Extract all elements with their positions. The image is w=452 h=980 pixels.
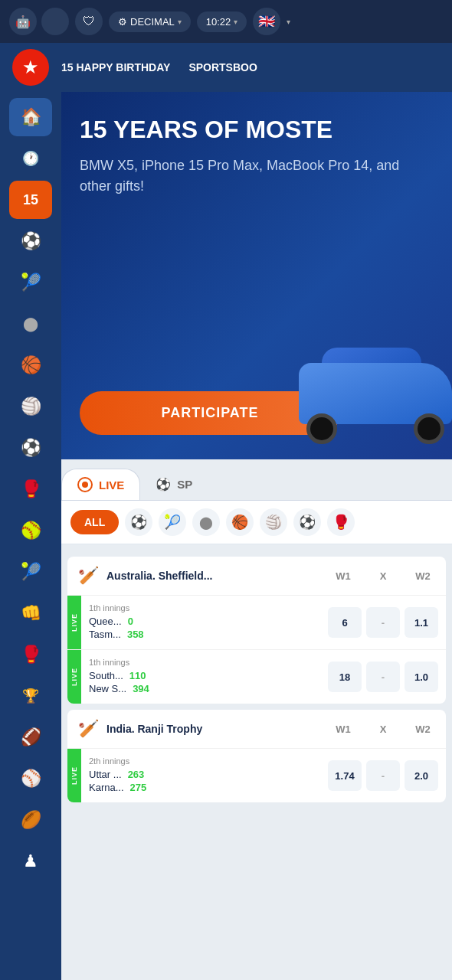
filter-boxing-icon[interactable]: 🥊	[327, 508, 355, 536]
sidebar-item-home[interactable]: 🏠	[9, 98, 52, 136]
top-bar: 🤖 🛡 ⚙ DECIMAL ▾ 10:22 ▾ 🇬🇧 ▾	[0, 0, 452, 43]
sidebar-item-boxing[interactable]: 🥊	[9, 635, 52, 674]
sportsbook-link[interactable]: SPORTSBOO	[188, 61, 257, 74]
platform-icons: 🤖	[9, 8, 69, 35]
sidebar-item-birthday[interactable]: 15	[9, 181, 52, 219]
main-layout: 🏠 🕐 15 ⚽ 🎾 ⬤ 🏀 🏐 ⚽ 🥊 🥎 🎾 👊 🥊 🏆 🏈 ⚾ 🏉 ♟ 1…	[0, 92, 452, 980]
team1-score: 110	[129, 670, 146, 681]
live-indicator-icon	[77, 477, 93, 492]
odds-x-header: X	[371, 724, 395, 735]
team1-row: South... 110	[89, 670, 313, 681]
innings-label: 2th innings	[89, 756, 313, 766]
sidebar-item-basketball[interactable]: 🏀	[9, 346, 52, 384]
team1-row: Quee... 0	[89, 616, 313, 627]
sports-filter-bar: ALL ⚽ 🎾 ⬤ 🏀 🏐 ⚽ 🥊	[61, 501, 452, 544]
odds-cells: 6 - 1.1	[320, 596, 446, 649]
league-name-0: Australia. Sheffield...	[106, 570, 323, 582]
filter-all-button[interactable]: ALL	[70, 510, 119, 534]
odds-header-1: W1 X W2	[331, 724, 435, 735]
banner-subtitle: BMW X5, iPhone 15 Pro Max, MacBook Pro 1…	[80, 155, 434, 197]
tab-sports-label: SP	[177, 478, 192, 491]
language-selector[interactable]: 🇬🇧	[253, 8, 280, 35]
filter-hockey-icon[interactable]: ⬤	[192, 508, 220, 536]
logo[interactable]: ★	[12, 49, 49, 86]
odds-w2[interactable]: 1.1	[405, 607, 438, 638]
odds-x[interactable]: -	[366, 607, 400, 638]
odds-w2-header: W2	[411, 570, 435, 582]
team1-row: Uttar ... 263	[89, 769, 313, 780]
odds-header-0: W1 X W2	[331, 570, 435, 582]
time-dropdown[interactable]: 10:22 ▾	[197, 11, 247, 32]
team2-name: New S...	[89, 683, 126, 694]
cricket-icon: 🏏	[78, 719, 99, 739]
star-icon: ★	[22, 57, 39, 78]
sidebar-item-baseball[interactable]: ⚾	[9, 760, 52, 798]
shield-icon[interactable]: 🛡	[75, 8, 103, 35]
sidebar-item-esports[interactable]: 🏆	[9, 677, 52, 715]
match-info: 1th innings Quee... 0 Tasm... 358	[81, 596, 320, 649]
match-info: 1th innings South... 110 New S... 394	[81, 650, 320, 704]
team2-score: 358	[127, 629, 144, 640]
android-icon[interactable]: 🤖	[9, 8, 37, 35]
odds-x[interactable]: -	[366, 662, 400, 692]
content-area: 15 YEARS OF MOSTE BMW X5, iPhone 15 Pro …	[61, 92, 452, 980]
odds-w1[interactable]: 1.74	[328, 760, 362, 791]
sidebar-item-badminton[interactable]: 🎾	[9, 553, 52, 591]
sidebar: 🏠 🕐 15 ⚽ 🎾 ⬤ 🏀 🏐 ⚽ 🥊 🥎 🎾 👊 🥊 🏆 🏈 ⚾ 🏉 ♟	[0, 92, 61, 980]
sidebar-item-american-football[interactable]: 🏈	[9, 718, 52, 756]
odds-x[interactable]: -	[366, 760, 400, 791]
table-row: LIVE 1th innings South... 110 New S... 3…	[67, 649, 446, 704]
birthday-link[interactable]: 15 HAPPY BIRTHDAY	[61, 61, 170, 74]
sidebar-item-soccer[interactable]: ⚽	[9, 222, 52, 260]
filter-tennis-icon[interactable]: 🎾	[159, 508, 186, 536]
chevron-down-icon: ▾	[287, 18, 290, 26]
tab-live[interactable]: LIVE	[61, 469, 140, 500]
odds-w2[interactable]: 2.0	[405, 760, 438, 791]
team2-row: Karna... 275	[89, 782, 313, 793]
time-display: 10:22	[206, 16, 231, 28]
filter-soccer-icon[interactable]: ⚽	[125, 508, 152, 536]
odds-w1[interactable]: 6	[328, 607, 362, 638]
sidebar-item-recent[interactable]: 🕐	[9, 139, 52, 178]
filter-sport2-icon[interactable]: ⚽	[293, 508, 321, 536]
header: ★ 15 HAPPY BIRTHDAY SPORTSBOO	[0, 43, 452, 92]
odds-w2-header: W2	[411, 724, 435, 735]
tab-sports[interactable]: ⚽ SP	[140, 469, 208, 500]
sidebar-item-volleyball[interactable]: 🏐	[9, 387, 52, 426]
team1-name: Quee...	[89, 616, 122, 627]
filter-basketball-icon[interactable]: 🏀	[226, 508, 254, 536]
odds-cells: 1.74 - 2.0	[320, 749, 446, 802]
sidebar-item-tennis[interactable]: 🎾	[9, 263, 52, 302]
table-row: LIVE 1th innings Quee... 0 Tasm... 358	[67, 595, 446, 649]
odds-w1-header: W1	[331, 724, 355, 735]
tab-live-label: LIVE	[99, 479, 124, 492]
odds-w1-header: W1	[331, 570, 355, 582]
cricket-icon: 🏏	[78, 566, 99, 586]
sidebar-item-sport2[interactable]: ⚽	[9, 429, 52, 467]
sidebar-item-chess[interactable]: ♟	[9, 842, 52, 880]
team2-score: 394	[133, 683, 149, 694]
sidebar-item-mma[interactable]: 🥊	[9, 470, 52, 508]
innings-label: 1th innings	[89, 658, 313, 667]
car-decoration	[291, 348, 452, 447]
sidebar-item-combat[interactable]: 👊	[9, 594, 52, 632]
sidebar-item-rugby[interactable]: 🏉	[9, 801, 52, 839]
chevron-down-icon: ▾	[234, 18, 237, 26]
odds-w1[interactable]: 18	[328, 662, 362, 692]
odds-x-header: X	[371, 570, 395, 582]
match-info: 2th innings Uttar ... 263 Karna... 275	[81, 749, 320, 802]
odds-w2[interactable]: 1.0	[405, 662, 438, 692]
league-header-1: 🏏 India. Ranji Trophy W1 X W2	[67, 710, 446, 748]
apple-icon[interactable]	[41, 8, 69, 35]
team1-score: 263	[128, 769, 145, 780]
sidebar-item-hockey[interactable]: ⬤	[9, 305, 52, 343]
live-badge: LIVE	[67, 596, 81, 649]
filter-volleyball-icon[interactable]: 🏐	[260, 508, 287, 536]
odds-format-dropdown[interactable]: ⚙ DECIMAL ▾	[109, 11, 191, 32]
innings-label: 1th innings	[89, 603, 313, 612]
team2-name: Karna...	[89, 782, 124, 793]
table-row: LIVE 2th innings Uttar ... 263 Karna... …	[67, 748, 446, 802]
sidebar-item-softball[interactable]: 🥎	[9, 511, 52, 550]
live-badge: LIVE	[67, 650, 81, 704]
league-header-0: 🏏 Australia. Sheffield... W1 X W2	[67, 557, 446, 595]
